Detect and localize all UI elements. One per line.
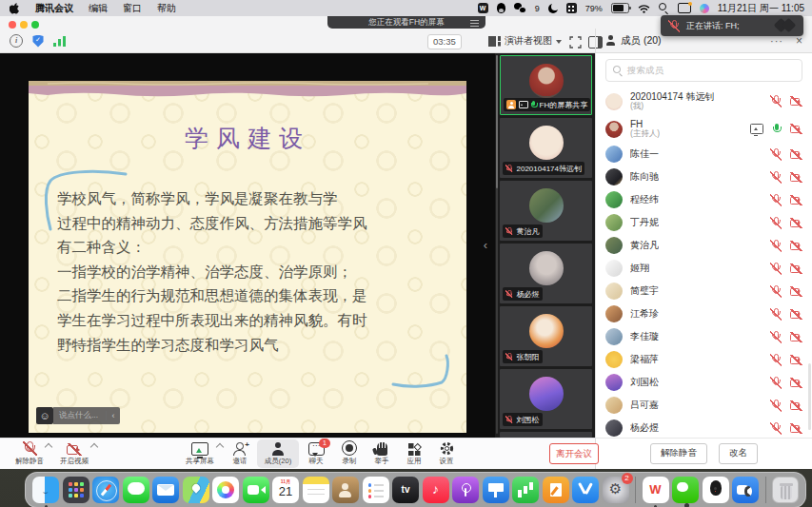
member-row[interactable]: 2020104174 韩远钊 (我) — [596, 88, 812, 115]
tile-label: 张朝阳 — [517, 352, 540, 362]
video-tile-screen-share[interactable]: FH的屏幕共享 — [500, 55, 592, 115]
unmute-button[interactable]: 解除静音 — [8, 439, 51, 468]
chat-input-placeholder[interactable]: 说点什么... — [53, 410, 106, 421]
member-row[interactable]: 江希珍 — [596, 302, 812, 325]
dock-trash-icon[interactable] — [772, 477, 799, 503]
wifi-icon[interactable] — [638, 4, 650, 13]
apple-icon[interactable] — [10, 2, 20, 14]
collapse-chat-icon[interactable]: ‹ — [107, 411, 120, 420]
video-tile[interactable]: 张朝阳 — [500, 306, 592, 366]
member-name: 李佳璇 — [630, 331, 659, 342]
member-row[interactable]: FH (主持人) — [596, 115, 812, 143]
dock-reminders-icon[interactable] — [363, 477, 389, 503]
member-row[interactable]: 程经纬 — [596, 188, 812, 211]
screen-mirroring-icon[interactable] — [678, 3, 691, 13]
spotlight-search-icon[interactable] — [659, 3, 669, 13]
member-row[interactable]: 杨必煜 — [596, 417, 812, 438]
meeting-security-icon[interactable] — [32, 35, 44, 48]
battery-icon[interactable] — [611, 3, 629, 13]
dock-wps-icon[interactable]: W — [643, 477, 669, 503]
settings-button[interactable]: 设置 — [430, 439, 463, 468]
invite-icon: + — [232, 442, 248, 456]
siri-icon[interactable] — [700, 4, 709, 13]
invite-button[interactable]: + 邀请 — [223, 439, 257, 468]
raise-hand-icon — [377, 442, 387, 456]
leave-meeting-button[interactable]: 离开会议 — [549, 443, 599, 464]
members-scrollbar-thumb[interactable] — [808, 363, 811, 430]
dock-tencent-meeting-icon[interactable] — [732, 477, 759, 503]
watching-banner[interactable]: 您正在观看FH的屏幕 — [327, 16, 485, 29]
raise-hand-button[interactable]: 举手 — [366, 439, 398, 468]
video-tile[interactable]: 刘国松 — [500, 369, 592, 429]
member-row[interactable]: 刘国松 — [596, 371, 812, 394]
menu-help[interactable]: 帮助 — [157, 2, 176, 15]
dock-qq-icon[interactable] — [703, 477, 729, 503]
dock-photos-icon[interactable] — [212, 477, 239, 503]
strip-scrollbar-thumb[interactable] — [496, 55, 498, 188]
banner-menu-icon[interactable] — [470, 20, 479, 27]
dock-podcasts-icon[interactable] — [452, 477, 479, 503]
wps-status-icon[interactable]: W — [478, 3, 488, 13]
tile-label: 黄治凡 — [517, 226, 540, 237]
dock-maps-icon[interactable] — [183, 477, 209, 503]
dock-tv-icon[interactable]: tv — [392, 477, 419, 503]
menu-edit[interactable]: 编辑 — [89, 2, 108, 15]
menu-app-name[interactable]: 腾讯会议 — [35, 2, 73, 15]
video-tile[interactable]: 2020104174韩远钊 — [500, 118, 592, 178]
dock-launchpad-icon[interactable] — [63, 477, 89, 503]
slide-body: 学校风气，简称学风，学风是凝聚在教与学 过程中的精神动力、态度作风、方法措施等学… — [57, 187, 447, 358]
start-video-button[interactable]: 开启视频 — [51, 439, 97, 468]
unmute-button[interactable]: 解除静音 — [650, 443, 707, 464]
fullscreen-icon[interactable] — [569, 35, 582, 48]
member-row[interactable]: 李佳璇 — [596, 325, 812, 348]
video-tile[interactable]: 杨必煜 — [500, 244, 592, 303]
search-input[interactable]: 搜索成员 — [605, 59, 802, 82]
qq-status-icon[interactable] — [497, 3, 505, 13]
member-row[interactable]: 黄治凡 — [596, 234, 812, 257]
collapse-strip-icon[interactable]: ‹ — [484, 238, 487, 252]
menu-datetime[interactable]: 11月21日 周一 11:05 — [718, 2, 804, 15]
member-row[interactable]: 姬翔 — [596, 257, 812, 280]
do-not-disturb-icon[interactable] — [548, 4, 558, 13]
member-row[interactable]: 简璧宇 — [596, 280, 812, 302]
dock-contacts-icon[interactable] — [332, 477, 359, 503]
share-screen-button[interactable]: 共享屏幕 — [177, 439, 223, 468]
menu-window[interactable]: 窗口 — [123, 2, 142, 15]
video-tile[interactable]: 黄治凡 — [500, 181, 592, 241]
dock-facetime-icon[interactable] — [243, 477, 269, 503]
member-row[interactable]: 陈向驰 — [596, 166, 812, 188]
dock-safari-icon[interactable] — [92, 477, 119, 503]
member-row[interactable]: 吕可嘉 — [596, 394, 812, 417]
dock-settings-icon[interactable]: ⚙2 — [603, 477, 629, 503]
record-button[interactable]: 录制 — [333, 439, 366, 468]
emoji-icon[interactable]: ☺ — [36, 407, 53, 424]
dock-mail-icon[interactable] — [152, 477, 179, 503]
close-window-button[interactable] — [9, 21, 16, 29]
dock-music-icon[interactable]: ♪ — [423, 477, 449, 503]
dock-finder-icon[interactable]: ⌣ — [32, 477, 59, 503]
apps-button[interactable]: 应用 — [398, 439, 430, 468]
dock-numbers-icon[interactable] — [512, 477, 539, 503]
member-row[interactable]: 丁丹妮 — [596, 211, 812, 234]
member-row[interactable]: 陈佳一 — [596, 143, 812, 166]
dock-keynote-icon[interactable] — [483, 477, 509, 503]
member-row[interactable]: 梁福萍 — [596, 348, 812, 371]
dock-notes-icon[interactable] — [303, 477, 329, 503]
chevron-up-icon[interactable] — [90, 443, 98, 451]
avatar — [605, 93, 623, 110]
view-mode-dropdown[interactable]: 演讲者视图 — [488, 33, 562, 49]
zoom-window-button[interactable] — [31, 21, 39, 29]
dock-calendar-icon[interactable]: 11月 21 — [272, 477, 299, 503]
minimize-window-button[interactable] — [20, 21, 28, 29]
rename-button[interactable]: 改名 — [719, 443, 758, 464]
dock-appstore-icon[interactable] — [572, 477, 599, 503]
dock-messages-icon[interactable] — [123, 477, 149, 503]
meeting-info-icon[interactable] — [10, 34, 23, 48]
members-button[interactable]: 成员(20) — [257, 439, 299, 468]
dock-pages-icon[interactable] — [543, 477, 569, 503]
wechat-status-icon[interactable] — [514, 3, 526, 13]
input-method-icon[interactable] — [566, 3, 577, 13]
dock-wechat-icon[interactable] — [672, 477, 699, 503]
more-options-icon[interactable]: ··· — [770, 35, 783, 47]
chat-button[interactable]: 聊天 1 — [299, 439, 333, 468]
